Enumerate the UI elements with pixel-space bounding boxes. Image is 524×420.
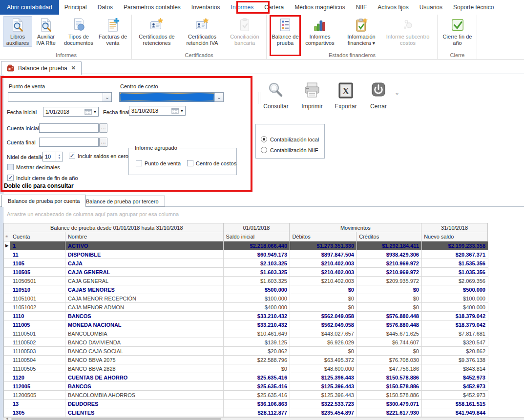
cuenta-inicial-field[interactable] bbox=[39, 123, 99, 133]
left-edge-strip bbox=[0, 75, 3, 420]
band-final-date[interactable]: 31/10/2018 bbox=[421, 223, 488, 232]
certificados-de-retenciones-button[interactable]: Certificados de retenciones bbox=[134, 16, 180, 47]
header-cuenta[interactable]: Cuenta bbox=[10, 232, 65, 241]
agrupar-centro-de-costos-checkbox[interactable]: Centro de costos bbox=[187, 160, 236, 166]
menu-item[interactable]: Principal bbox=[59, 0, 92, 15]
cuenta-inicial-browse-button[interactable]: … bbox=[99, 123, 107, 133]
punto-de-venta-combobox[interactable]: ⌄ bbox=[8, 92, 112, 102]
cell-nuevo-saldo: $1.535.356 bbox=[422, 259, 488, 268]
spin-down-icon[interactable]: ▾ bbox=[59, 157, 61, 160]
informes-compartivos-button[interactable]: Informes compartivos bbox=[300, 16, 340, 47]
table-row[interactable]: 11 DISPONIBLE $60.949.173 $897.847.504 $… bbox=[4, 250, 488, 259]
cierre-fin-de-ano-button[interactable]: Cierre fin de año bbox=[442, 16, 473, 47]
splitter-handle[interactable] bbox=[258, 92, 260, 104]
table-row[interactable]: 11100502 BANCO DAVIVIENDA $139.125 $6.92… bbox=[4, 338, 488, 347]
date-dropdown-icon[interactable]: ▼ bbox=[92, 110, 98, 114]
cell-debitos: $0 bbox=[290, 303, 357, 312]
horizontal-scrollbar[interactable]: ◀ bbox=[3, 417, 524, 420]
toolbar-chevron-down-icon[interactable]: ⌄ bbox=[395, 89, 399, 96]
menu-item[interactable]: Parametros contables bbox=[118, 0, 186, 15]
balance-de-prueba-button[interactable]: Balance de prueba bbox=[271, 16, 300, 47]
cell-cuenta: 11100504 bbox=[10, 356, 65, 364]
table-row[interactable]: 110505 CAJA GENERAL $1.603.325 $210.402.… bbox=[4, 268, 488, 277]
table-row[interactable]: 11100501 BANCOLOMBIA $10.461.649 $443.02… bbox=[4, 329, 488, 338]
incluir-cierre-checkbox[interactable]: ✓ Incluir cierre de fin de año bbox=[7, 175, 78, 181]
menu-item[interactable]: Activos fijos bbox=[372, 0, 414, 15]
table-row[interactable]: 11200505 BANCOLOMBIA AHORROS $25.635.416… bbox=[4, 391, 488, 400]
scrollbar-thumb[interactable] bbox=[11, 418, 221, 420]
consultar-button[interactable]: Consultar bbox=[262, 81, 290, 110]
table-row[interactable]: 11100503 BANCO CAJA SOCIAL $20.862 $0 $0… bbox=[4, 347, 488, 356]
centro-de-costo-combobox[interactable]: ⌄ bbox=[119, 92, 224, 102]
tab-balance-de-prueba[interactable]: Balance de prueba ✕ bbox=[1, 61, 82, 75]
facturas-de-venta-button[interactable]: Facturas de venta bbox=[98, 16, 128, 47]
table-row[interactable]: 1110 BANCOS $33.210.432 $562.049.058 $57… bbox=[4, 312, 488, 320]
header-saldo-inicial[interactable]: Saldo inicial bbox=[224, 232, 290, 241]
tipos-de-documentos-button[interactable]: Tipos de documentos bbox=[60, 16, 98, 47]
exportar-button[interactable]: X Exportar bbox=[332, 81, 359, 110]
table-row[interactable]: 112005 BANCOS $25.635.416 $125.396.443 $… bbox=[4, 382, 488, 391]
band-movimientos[interactable]: Movimientos bbox=[290, 223, 421, 232]
table-row[interactable]: 1120 CUENTAS DE AHORRO $25.635.416 $125.… bbox=[4, 373, 488, 382]
group-by-panel[interactable]: Arrastre un encabezado de columna aquí p… bbox=[3, 207, 524, 223]
calendar-icon bbox=[171, 107, 179, 114]
menu-item[interactable]: Cartera bbox=[259, 0, 289, 15]
header-debitos[interactable]: Débitos bbox=[290, 232, 356, 241]
table-row[interactable]: 11050501 CAJA GENERAL $1.603.325 $210.40… bbox=[4, 277, 488, 285]
contabilizacion-niif-radio[interactable]: Contabilización NIIF bbox=[261, 147, 318, 153]
informacion-financiera-button[interactable]: Información financiera ▾ bbox=[340, 16, 383, 47]
cell-cuenta: 1305 bbox=[10, 408, 65, 417]
table-row[interactable]: 13 DEUDORES $36.106.863 $322.533.723 $30… bbox=[4, 400, 488, 408]
menu-item[interactable]: Usuarios bbox=[414, 0, 448, 15]
agrupar-punto-de-venta-checkbox[interactable]: Punto de venta bbox=[136, 160, 181, 166]
header-nombre[interactable]: Nombre bbox=[65, 232, 224, 241]
certificados-retencion-iva-button[interactable]: Certificados retención IVA bbox=[180, 16, 225, 47]
incluir-saldos-en-cero-checkbox[interactable]: ✓ Incluir saldos en cero bbox=[69, 153, 128, 159]
radio-label: Contabilización local bbox=[270, 137, 319, 142]
table-row[interactable]: 11051001 CAJA MENOR RECEPCIÓN $100.000 $… bbox=[4, 294, 488, 303]
tab-balance-por-cuenta[interactable]: Balance de prueba por cuenta bbox=[1, 195, 86, 207]
imprimir-button[interactable]: Imprimir bbox=[299, 81, 325, 110]
header-creditos[interactable]: Créditos bbox=[356, 232, 421, 241]
menu-item[interactable]: NIIF bbox=[351, 0, 373, 15]
table-row[interactable]: 11100505 BANCO BBVA 2828 $0 $48.600.000 … bbox=[4, 364, 488, 373]
table-row[interactable]: 110510 CAJAS MENORES $500.000 $0 $0 $500… bbox=[4, 285, 488, 294]
tab-balance-por-tercero[interactable]: Balance de prueba por tercero bbox=[80, 196, 165, 207]
mostrar-decimales-checkbox[interactable]: Mostrar decimales bbox=[7, 164, 60, 170]
menu-item[interactable]: Médios magnéticos bbox=[289, 0, 350, 15]
table-row[interactable]: 111005 MONEDA NACIONAL $33.210.432 $562.… bbox=[4, 320, 488, 329]
table-row[interactable]: 11100504 BANCO BBVA 2075 $22.588.796 $63… bbox=[4, 356, 488, 364]
cell-cuenta: 11051001 bbox=[10, 294, 65, 303]
chevron-down-icon[interactable]: ⌄ bbox=[103, 93, 111, 101]
cuenta-final-field[interactable] bbox=[39, 138, 99, 147]
band-initial-date[interactable]: 01/01/2018 bbox=[224, 223, 290, 232]
fecha-final-datepicker[interactable]: 31/10/2018 ▼ bbox=[129, 106, 186, 116]
cerrar-button[interactable]: Cerrar bbox=[366, 81, 391, 110]
cell-nuevo-saldo: $452.973 bbox=[422, 382, 488, 391]
nivel-detalle-stepper[interactable]: 10 ▴▾ bbox=[42, 152, 63, 161]
auxiliar-iva-rfte-button[interactable]: Auxiliar IVA Rfte bbox=[32, 16, 60, 47]
table-row[interactable]: 1305 CLIENTES $28.112.877 $235.454.897 $… bbox=[4, 408, 488, 417]
band-title[interactable]: Balance de prueba desde 01/01/2018 hasta… bbox=[10, 223, 224, 232]
cell-nombre: BANCO BBVA 2075 bbox=[65, 356, 224, 364]
fecha-inicial-datepicker[interactable]: 1/01/2018 ▼ bbox=[43, 107, 99, 117]
cell-creditos: $210.969.972 bbox=[357, 259, 422, 268]
menu-item[interactable]: Soporte técnico bbox=[448, 0, 499, 15]
table-row[interactable]: 11051002 CAJA MENOR ADMON $400.000 $0 $0… bbox=[4, 303, 488, 312]
menu-item[interactable]: Informes bbox=[226, 0, 259, 15]
menu-item[interactable]: Abrir contabilidad bbox=[0, 0, 59, 15]
chevron-down-icon[interactable]: ⌄ bbox=[214, 93, 223, 101]
date-dropdown-icon[interactable]: ▼ bbox=[179, 109, 185, 113]
menu-item[interactable]: Datos bbox=[92, 0, 118, 15]
menu-item[interactable]: Inventarios bbox=[186, 0, 226, 15]
dropdown-caret-icon: ▾ bbox=[373, 40, 376, 46]
scroll-left-icon[interactable]: ◀ bbox=[4, 418, 10, 420]
table-row[interactable]: 1105 CAJA $2.103.325 $210.402.003 $210.9… bbox=[4, 259, 488, 268]
header-nuevo-saldo[interactable]: Nuevo saldo bbox=[421, 232, 488, 241]
libros-auxiliares-button[interactable]: Libros auxiliares bbox=[3, 16, 32, 47]
grid-view-tabs: Balance de prueba por cuenta Balance de … bbox=[0, 194, 524, 207]
cuenta-final-browse-button[interactable]: … bbox=[99, 138, 107, 147]
contabilizacion-local-radio[interactable]: Contabilización local bbox=[261, 136, 319, 142]
close-tab-icon[interactable]: ✕ bbox=[71, 65, 76, 71]
table-row[interactable]: ▶ 1 ACTIVO $2.218.066.440 $1.273.351.330… bbox=[4, 241, 488, 250]
